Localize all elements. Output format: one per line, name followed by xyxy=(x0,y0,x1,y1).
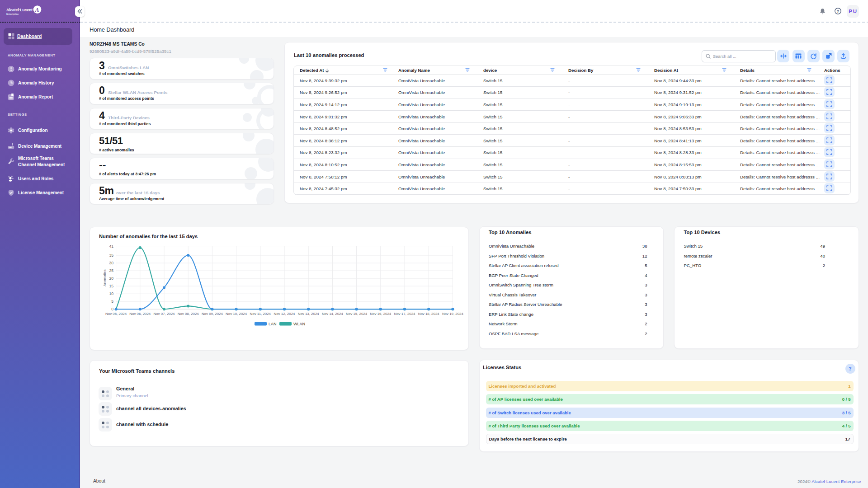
svg-text:25: 25 xyxy=(109,268,113,273)
svg-text:20: 20 xyxy=(109,276,113,281)
svg-text:Nov 19, 2024: Nov 19, 2024 xyxy=(442,312,464,316)
svg-text:10: 10 xyxy=(109,291,113,296)
svg-text:Nov 05, 2024: Nov 05, 2024 xyxy=(105,312,127,316)
svg-text:Alcatel·Lucent: Alcatel·Lucent xyxy=(6,8,33,12)
svg-text:Nov 12, 2024: Nov 12, 2024 xyxy=(274,312,296,316)
svg-text:Nov 09, 2024: Nov 09, 2024 xyxy=(202,312,223,316)
svg-text:0: 0 xyxy=(111,307,113,311)
svg-text:?: ? xyxy=(837,9,840,14)
svg-text:Nov 13, 2024: Nov 13, 2024 xyxy=(298,312,320,316)
svg-text:30: 30 xyxy=(109,261,113,265)
svg-text:Nov 08, 2024: Nov 08, 2024 xyxy=(178,312,199,316)
svg-text:Nov 11, 2024: Nov 11, 2024 xyxy=(250,312,271,316)
svg-text:Nov 15, 2024: Nov 15, 2024 xyxy=(346,312,368,316)
svg-text:5: 5 xyxy=(111,299,113,304)
svg-text:15: 15 xyxy=(109,284,113,288)
svg-text:Nov 06, 2024: Nov 06, 2024 xyxy=(129,312,151,316)
svg-text:41: 41 xyxy=(109,244,113,249)
svg-text:Nov 07, 2024: Nov 07, 2024 xyxy=(154,312,175,316)
svg-text:Anomalies: Anomalies xyxy=(103,269,107,286)
svg-text:Enterprise: Enterprise xyxy=(6,13,19,15)
svg-text:Nov 10, 2024: Nov 10, 2024 xyxy=(226,312,247,316)
svg-text:35: 35 xyxy=(109,253,113,258)
svg-text:Nov 16, 2024: Nov 16, 2024 xyxy=(370,312,392,316)
svg-text:Nov 17, 2024: Nov 17, 2024 xyxy=(394,312,416,316)
svg-text:Nov 18, 2024: Nov 18, 2024 xyxy=(418,312,440,316)
svg-text:LAN: LAN xyxy=(269,322,277,326)
svg-text:A: A xyxy=(35,6,39,13)
svg-text:Nov 14, 2024: Nov 14, 2024 xyxy=(322,312,344,316)
svg-text:WLAN: WLAN xyxy=(293,322,305,326)
